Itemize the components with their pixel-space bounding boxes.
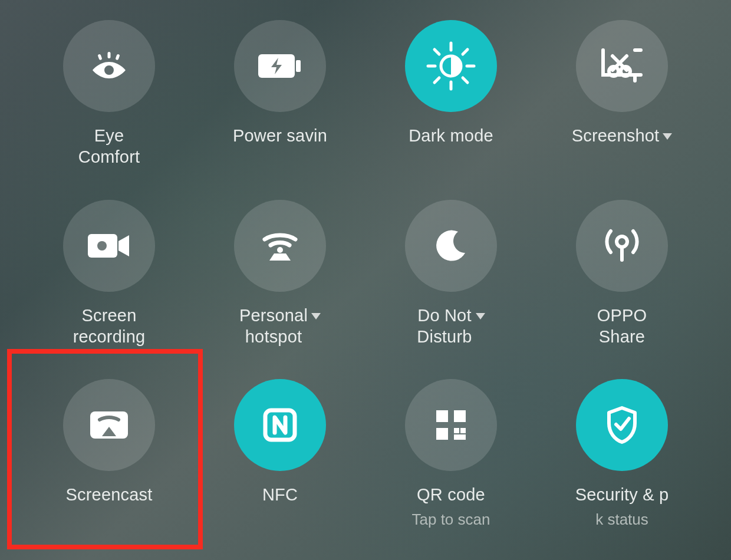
svg-line-10 xyxy=(463,78,467,83)
tile-sublabel: k status xyxy=(595,510,648,529)
eye-icon xyxy=(63,20,155,112)
tile-eye-comfort[interactable]: Eye Comfort xyxy=(24,9,195,189)
tile-screenshot[interactable]: Screenshot xyxy=(536,9,707,189)
tile-power-saving[interactable]: Power savin xyxy=(195,9,366,189)
nfc-icon xyxy=(234,379,326,471)
chevron-down-icon[interactable] xyxy=(476,313,485,319)
tile-label: QR code xyxy=(417,484,485,505)
scissors-crop-icon xyxy=(576,20,668,112)
svg-line-12 xyxy=(463,50,467,54)
svg-rect-27 xyxy=(460,428,466,433)
tile-screencast[interactable]: Screencast xyxy=(24,368,195,548)
svg-rect-20 xyxy=(620,246,624,262)
tile-qr-code[interactable]: QR code Tap to scan xyxy=(366,368,536,548)
tile-label: Screenshot xyxy=(572,125,660,146)
tile-label: Screen recording xyxy=(73,305,146,348)
tile-nfc[interactable]: NFC xyxy=(195,368,366,548)
tile-label: Personal hotspot xyxy=(239,305,308,348)
svg-rect-26 xyxy=(454,428,459,433)
qr-code-icon xyxy=(405,379,497,471)
tile-screen-recording[interactable]: Screen recording xyxy=(24,189,195,369)
tile-label: Eye Comfort xyxy=(78,125,140,168)
svg-line-11 xyxy=(434,78,439,83)
video-camera-icon xyxy=(63,200,155,292)
svg-point-17 xyxy=(97,241,107,251)
tile-oppo-share[interactable]: OPPO Share xyxy=(536,189,707,369)
tile-label: Security & p xyxy=(575,484,669,505)
svg-rect-1 xyxy=(108,52,111,58)
hotspot-icon xyxy=(234,200,326,292)
moon-icon xyxy=(405,200,497,292)
tile-security[interactable]: Security & p k status xyxy=(536,368,707,548)
svg-rect-24 xyxy=(454,410,466,422)
battery-charge-icon xyxy=(234,20,326,112)
tile-label: NFC xyxy=(262,484,298,505)
screencast-icon xyxy=(63,379,155,471)
svg-line-9 xyxy=(434,50,439,54)
chevron-down-icon[interactable] xyxy=(311,313,321,319)
tile-dark-mode[interactable]: Dark mode xyxy=(366,9,536,189)
antenna-icon xyxy=(576,200,668,292)
tile-label: Screencast xyxy=(65,484,152,505)
svg-rect-25 xyxy=(436,428,448,440)
tile-sublabel: Tap to scan xyxy=(412,510,490,529)
tile-label: OPPO Share xyxy=(597,305,647,348)
tile-do-not-disturb[interactable]: Do Not Disturb xyxy=(366,189,536,369)
svg-rect-2 xyxy=(115,54,120,60)
svg-point-19 xyxy=(617,236,627,247)
tile-label: Do Not Disturb xyxy=(417,305,472,348)
quick-settings-panel: Eye Comfort Power savin xyxy=(0,0,731,560)
tile-label: Dark mode xyxy=(409,125,493,146)
tile-personal-hotspot[interactable]: Personal hotspot xyxy=(195,189,366,369)
tile-label: Power savin xyxy=(233,125,327,146)
svg-rect-4 xyxy=(296,60,301,72)
shield-icon xyxy=(576,379,668,471)
svg-rect-28 xyxy=(454,434,466,440)
svg-point-18 xyxy=(277,247,283,253)
chevron-down-icon[interactable] xyxy=(663,133,672,140)
svg-rect-23 xyxy=(436,410,448,422)
svg-rect-0 xyxy=(97,54,102,60)
brightness-icon xyxy=(405,20,497,112)
